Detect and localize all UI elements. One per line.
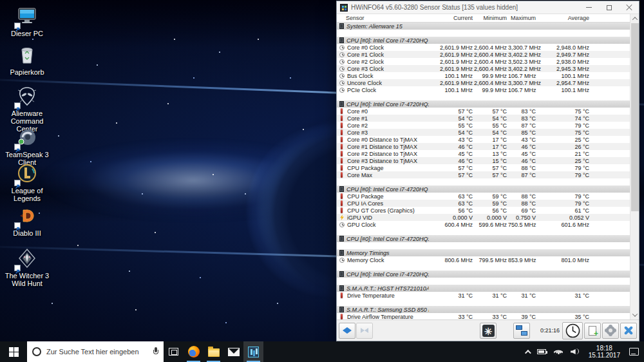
- vertical-scrollbar[interactable]: [630, 14, 639, 319]
- tray-chevron-up-button[interactable]: [522, 341, 532, 362]
- desktop-icon-teamspeak[interactable]: TeamSpeak 3 Client: [0, 126, 54, 166]
- sensor-row[interactable]: Core #2 Distance to TjMAX 45 °C 13 °C 45…: [337, 150, 630, 157]
- sensor-row[interactable]: Drive Temperature 31 °C 31 °C 31 °C 31 °…: [337, 292, 630, 299]
- search-input[interactable]: [46, 348, 148, 356]
- sensor-current-value: 46 °C: [429, 144, 474, 150]
- sensor-label: Core #3 Distance to TjMAX: [347, 158, 417, 164]
- sensor-label: Core #0 Distance to TjMAX: [347, 137, 417, 143]
- desktop-icon-papierkorb[interactable]: Papierkorb: [0, 44, 54, 76]
- taskbar-app-firefox[interactable]: [184, 341, 204, 362]
- sensor-section-row[interactable]: System: Alienware 15: [337, 23, 630, 30]
- sensor-average-value: 35 °C: [537, 314, 591, 320]
- sensor-current-value: 0.000 V: [429, 214, 474, 221]
- expand-columns-button[interactable]: [339, 323, 355, 339]
- sensor-row[interactable]: Uncore Clock 2,601.9 MHz 2,600.4 MHz 3,3…: [337, 79, 630, 86]
- wallpaper-stars: [0, 0, 1, 1]
- sensor-icon: [339, 186, 344, 192]
- exit-button[interactable]: [620, 323, 637, 339]
- sensor-icon: [339, 258, 345, 263]
- sensor-average-value: 31 °C: [537, 292, 591, 299]
- sensor-row[interactable]: Core #1 54 °C 54 °C 83 °C 74 °C: [337, 115, 630, 122]
- sensor-spacer-row: [337, 263, 630, 271]
- sensor-row[interactable]: Core #0 Clock 2,601.9 MHz 2,600.4 MHz 3,…: [337, 44, 630, 51]
- sensor-row[interactable]: GPU Clock 600.4 MHz 599.6 MHz 750.5 MHz …: [337, 221, 630, 228]
- sensor-section-row[interactable]: S.M.A.R.T.: HGST HTS721010A9E630 (JR100X…: [337, 285, 630, 292]
- sensor-row[interactable]: Core #3 Clock 2,601.9 MHz 2,600.4 MHz 3,…: [337, 65, 630, 72]
- sensor-icon: [339, 285, 344, 291]
- sensor-icon: [341, 200, 343, 206]
- elapsed-time: 0:21:16: [538, 327, 560, 334]
- arrow-left-icon: [365, 328, 368, 333]
- close-button[interactable]: [619, 1, 639, 14]
- sensor-icon: [341, 122, 343, 128]
- sensor-row[interactable]: Core #0 Distance to TjMAX 43 °C 17 °C 43…: [337, 136, 630, 143]
- taskbar-app-file-explorer[interactable]: [204, 341, 223, 362]
- sensor-row[interactable]: Core #3 Distance to TjMAX 46 °C 15 °C 46…: [337, 157, 630, 164]
- desktop-icon-dieser-pc[interactable]: Dieser PC: [0, 5, 54, 37]
- minimize-button[interactable]: [579, 1, 599, 14]
- sensor-row[interactable]: Core #0 57 °C 57 °C 83 °C 75 °C: [337, 108, 630, 115]
- sensor-section-row[interactable]: CPU [#0]: Intel Core i7-4720HQ: [337, 186, 630, 193]
- task-view-button[interactable]: [164, 341, 184, 362]
- sensor-minimum-value: 2,600.4 MHz: [474, 80, 508, 86]
- taskbar-app-hwinfo[interactable]: [243, 341, 263, 362]
- scrollbar-thumb[interactable]: [631, 23, 639, 211]
- arrow-right-icon: [347, 327, 352, 334]
- task-view-icon: [169, 348, 178, 356]
- sensor-average-value: 79 °C: [537, 200, 591, 207]
- tray-clock[interactable]: 18:18 15.11.2017: [585, 345, 624, 359]
- sensor-icon: [341, 108, 343, 114]
- sensor-row[interactable]: Core #2 55 °C 55 °C 87 °C 79 °C: [337, 122, 630, 129]
- scroll-up-arrow-icon[interactable]: [630, 14, 639, 23]
- sensor-icon: [339, 88, 345, 93]
- sensor-row[interactable]: Core #1 Distance to TjMAX 46 °C 17 °C 46…: [337, 143, 630, 150]
- start-button[interactable]: [0, 341, 27, 362]
- report-button[interactable]: [584, 323, 601, 339]
- sensor-row[interactable]: CPU Package 63 °C 59 °C 88 °C 79 °C: [337, 193, 630, 200]
- scroll-down-arrow-icon[interactable]: [630, 310, 639, 319]
- maximize-button[interactable]: [599, 1, 619, 14]
- sensor-row[interactable]: Bus Clock 100.1 MHz 99.9 MHz 106.7 MHz 1…: [337, 72, 630, 79]
- sensor-section-row[interactable]: CPU [#0]: Intel Core i7-4720HQ: DTS: [337, 100, 630, 108]
- window-titlebar[interactable]: HWiNFO64 v5.60-3280 Sensor Status [135 v…: [337, 1, 639, 14]
- sensor-section-row[interactable]: CPU [#0]: Intel Core i7-4720HQ: C-State …: [337, 235, 630, 242]
- desktop-icon-witcher-3[interactable]: The Witcher 3 Wild Hunt: [0, 247, 54, 287]
- logging-clock-button[interactable]: [562, 322, 583, 339]
- sensor-row[interactable]: Core #1 Clock 2,601.9 MHz 2,600.4 MHz 3,…: [337, 51, 630, 58]
- collapse-columns-button[interactable]: [356, 323, 373, 339]
- computer-icon: [15, 5, 39, 28]
- settings-button[interactable]: [602, 323, 619, 339]
- sensor-section-row[interactable]: CPU [#0]: Intel Core i7-4720HQ: [337, 37, 630, 44]
- sensor-row[interactable]: iGPU VID 0.000 V 0.000 V 0.750 V 0.052 V: [337, 214, 630, 221]
- microphone-icon[interactable]: [153, 347, 158, 356]
- sensor-row[interactable]: Drive Airflow Temperature 33 °C 33 °C 39…: [337, 313, 630, 319]
- sensor-row[interactable]: PCIe Clock 100.1 MHz 99.9 MHz 106.7 MHz …: [337, 86, 630, 93]
- column-header-sensor: Sensor: [337, 15, 429, 21]
- alien-head-icon: [15, 85, 39, 108]
- sensor-row[interactable]: CPU IA Cores 63 °C 59 °C 88 °C 79 °C: [337, 200, 630, 207]
- remote-monitoring-button[interactable]: [513, 323, 530, 339]
- speaker-icon: [571, 348, 580, 356]
- fan-control-button[interactable]: [480, 323, 497, 339]
- sensor-section-row[interactable]: S.M.A.R.T.: Samsung SSD 850 EVO M.2 500G…: [337, 306, 630, 313]
- tray-battery-button[interactable]: [535, 341, 549, 362]
- sensor-row[interactable]: Core Max 57 °C 57 °C 87 °C 79 °C: [337, 171, 630, 178]
- taskbar-app-mail[interactable]: [223, 341, 243, 362]
- tray-volume-button[interactable]: [568, 341, 582, 362]
- desktop-icon-alienware-command-center[interactable]: Alienware Command Center: [0, 85, 54, 133]
- gear-icon: [606, 326, 615, 335]
- sensor-row[interactable]: Core #2 Clock 2,601.9 MHz 2,600.4 MHz 3,…: [337, 58, 630, 65]
- taskbar-search[interactable]: [27, 341, 164, 362]
- desktop-icon-league-of-legends[interactable]: League of Legends: [0, 162, 54, 202]
- sensor-row[interactable]: CPU Package 57 °C 57 °C 88 °C 79 °C: [337, 164, 630, 171]
- sensor-row[interactable]: CPU GT Cores (Graphics) 56 °C 56 °C 69 °…: [337, 207, 630, 214]
- sensor-current-value: 57 °C: [429, 165, 474, 171]
- desktop-icon-diablo-3[interactable]: Diablo III: [0, 205, 54, 237]
- sensor-row[interactable]: Core #3 54 °C 54 °C 85 °C 75 °C: [337, 129, 630, 136]
- sensor-section-row[interactable]: Memory Timings: [337, 249, 630, 256]
- tray-wifi-button[interactable]: [551, 341, 565, 362]
- sensor-section-row[interactable]: CPU [#0]: Intel Core i7-4720HQ: Performa…: [337, 271, 630, 278]
- action-center-button[interactable]: [627, 341, 641, 362]
- sensor-row[interactable]: Memory Clock 800.6 MHz 799.5 MHz 853.9 M…: [337, 256, 630, 263]
- sensor-maximum-value: 106.7 MHz: [508, 87, 537, 93]
